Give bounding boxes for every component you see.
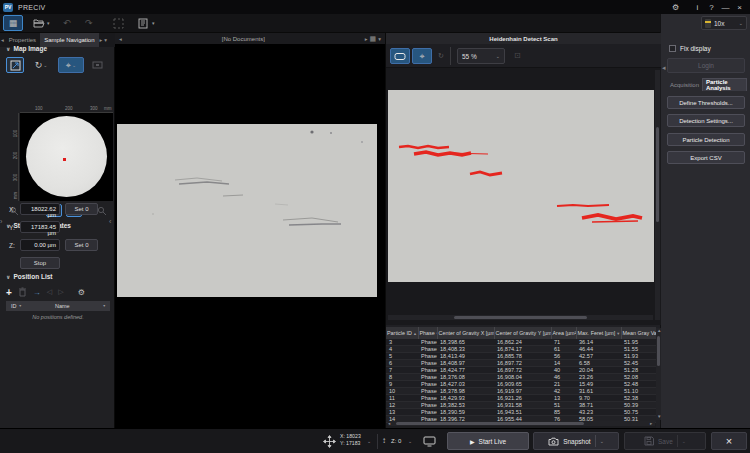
help-icon[interactable]: ? <box>705 1 718 13</box>
image-horizontal-scrollbar[interactable] <box>388 315 653 320</box>
stage-move-icon[interactable] <box>323 435 336 448</box>
stage-xy-readout[interactable]: X: 18023 Y: 17183 <box>340 433 361 447</box>
close-panel-button[interactable]: × <box>711 432 747 450</box>
detect-scan-viewport[interactable] <box>386 68 661 325</box>
collapse-sidebar-icon[interactable]: ◂ <box>662 64 666 72</box>
info-icon[interactable]: i <box>691 1 704 13</box>
selection-tool-icon[interactable] <box>110 15 127 31</box>
table-row[interactable]: 11Phase18,429.9316,921.26139.7052.38 <box>386 395 656 402</box>
goto-position-icon[interactable]: → <box>33 288 41 297</box>
close-icon: × <box>726 435 732 447</box>
column-header[interactable]: Center of Gravity X [µm]▼ <box>437 327 494 339</box>
table-row[interactable]: 3Phase18,398.6516,862.247136.1451.95 <box>386 339 656 346</box>
set-zero-z-button[interactable]: Set 0 <box>65 239 98 251</box>
define-thresholds-button[interactable]: Define Thresholds... <box>667 96 745 109</box>
map-image-section-header[interactable]: ∨ Map Image <box>6 45 47 52</box>
tab-particle-analysis[interactable]: Particle Analysis <box>702 78 747 91</box>
close-window-button[interactable]: × <box>733 1 746 13</box>
save-button[interactable]: Save ⌄ <box>624 432 706 450</box>
chevron-down-icon[interactable]: ⌄ <box>367 438 371 444</box>
minimize-button[interactable]: — <box>719 1 732 13</box>
position-id-header[interactable]: ID <box>11 303 17 309</box>
start-live-button[interactable]: ▶ Start Live <box>447 432 529 450</box>
table-row[interactable]: 4Phase18,408.3316,874.176146.4451.55 <box>386 346 656 353</box>
detect-refresh-icon[interactable]: ↻ <box>438 52 444 60</box>
app-title: PRECiV <box>18 4 45 11</box>
tab-sample-navigation[interactable]: Sample Navigation <box>40 33 98 47</box>
x-coordinate-field[interactable]: 18022.62 µm <box>20 203 60 215</box>
login-button[interactable]: Login <box>667 58 745 73</box>
scroll-down-icon[interactable]: ▼ <box>657 414 661 419</box>
table-row[interactable]: 6Phase18,408.9716,897.72146.5852.45 <box>386 360 656 367</box>
map-scale-button[interactable] <box>6 57 24 73</box>
redo-button[interactable]: ↷ <box>82 15 96 31</box>
column-header[interactable]: Particle ID▲ <box>386 327 418 339</box>
snapshot-button[interactable]: Snapshot ⌄ <box>533 432 619 450</box>
position-settings-icon[interactable]: ⚙ <box>78 288 85 297</box>
column-header[interactable]: Max. Feret [µm]▼ <box>576 327 621 339</box>
table-row[interactable]: 10Phase18,378.9816,919.974231.6151.10 <box>386 388 656 395</box>
detection-settings-button[interactable]: Detection Settings... <box>667 114 745 127</box>
column-header[interactable]: Phase▼ <box>418 327 437 339</box>
table-row[interactable]: 5Phase18,413.4916,885.785642.5751.93 <box>386 353 656 360</box>
chevron-down-icon[interactable]: ⌄ <box>682 438 686 444</box>
scroll-right-icon[interactable]: ▸ <box>650 421 652 426</box>
settings-icon[interactable]: ⚙ <box>669 1 682 13</box>
column-header[interactable]: Mean Gray Va▼ <box>621 327 656 339</box>
expand-edge-icon[interactable]: › <box>0 218 2 225</box>
open-file-button[interactable]: ▾ <box>30 15 53 31</box>
target-icon: ⌖ <box>66 60 71 71</box>
table-vertical-scrollbar[interactable] <box>656 328 661 420</box>
fix-display-checkbox[interactable] <box>669 45 676 52</box>
next-position-icon[interactable]: ▷ <box>58 288 63 296</box>
map-target-button[interactable]: ⌖ ⌄ <box>58 57 84 73</box>
collapse-left-panel-icon[interactable]: ‹ <box>109 218 111 225</box>
doc-layout-icon[interactable]: ▦ <box>369 35 378 43</box>
table-row[interactable]: 12Phase18,382.5316,931.585138.7150.39 <box>386 402 656 409</box>
z-coordinate-field[interactable]: 0.00 µm <box>20 239 60 251</box>
map-canvas[interactable] <box>20 113 113 201</box>
position-name-header[interactable]: Name <box>22 303 103 309</box>
chevron-down-icon[interactable]: ⌄ <box>600 438 604 444</box>
y-coordinate-field[interactable]: 17183.45 µm <box>20 221 60 233</box>
tab-menu-icon[interactable]: ▾ <box>103 37 108 43</box>
detect-target-button[interactable]: ⌖ <box>412 48 432 64</box>
z-readout[interactable]: Z: 0 <box>391 438 401 444</box>
tab-acquisition[interactable]: Acquisition <box>667 78 702 91</box>
monitor-icon[interactable] <box>423 436 436 447</box>
undo-button[interactable]: ↶ <box>60 15 74 31</box>
fix-display-label: Fix display <box>680 45 711 52</box>
column-header[interactable]: Area [µm²]▼ <box>551 327 576 339</box>
live-image[interactable] <box>117 124 377 297</box>
filter-icon[interactable]: ▼ <box>103 304 106 308</box>
doc-menu-icon[interactable]: ▾ <box>377 36 382 42</box>
slide-view-button[interactable] <box>390 48 410 64</box>
map-refresh-button[interactable]: ↻ ⌄ <box>28 57 54 73</box>
add-position-button[interactable]: + <box>6 287 12 298</box>
export-csv-button[interactable]: Export CSV <box>667 151 745 164</box>
report-button[interactable]: ▾ <box>135 15 158 31</box>
table-row[interactable]: 9Phase18,427.0316,909.652115.4952.48 <box>386 381 656 388</box>
objective-selector[interactable]: 10x ⌄ <box>701 16 747 30</box>
stop-button[interactable]: Stop <box>20 257 60 269</box>
image-vertical-scrollbar[interactable] <box>655 70 660 320</box>
delete-position-icon[interactable] <box>18 287 27 297</box>
fit-view-icon[interactable]: ⊡ <box>514 51 521 60</box>
table-row[interactable]: 13Phase18,390.5916,943.518543.2350.75 <box>386 409 656 416</box>
layout-button[interactable]: ▦ <box>3 15 23 31</box>
detect-toolbar: ⌖ ↻ 55 % ⌄ ⊡ <box>386 44 661 68</box>
table-horizontal-scrollbar[interactable] <box>388 421 655 426</box>
previous-position-icon[interactable]: ◁ <box>47 288 52 296</box>
map-stage-button[interactable] <box>88 57 106 73</box>
app-window: PV PRECiV ⚙ i ? — × ▦ ▾ ↶ ↷ <box>0 0 750 453</box>
table-row[interactable]: 8Phase18,376.0816,908.044623.2652.08 <box>386 374 656 381</box>
particle-detection-button[interactable]: Particle Detection <box>667 133 745 146</box>
position-list-section-header[interactable]: ∨ Position List <box>6 273 52 280</box>
table-row[interactable]: 7Phase18,424.7716,897.724020.0451.28 <box>386 367 656 374</box>
column-header[interactable]: Center of Gravity Y [µm]▼ <box>494 327 551 339</box>
zoom-level-dropdown[interactable]: 55 % ⌄ <box>457 48 505 64</box>
set-zero-x-button[interactable]: Set 0 <box>65 203 98 215</box>
scroll-up-icon[interactable]: ▲ <box>657 328 661 333</box>
scroll-left-icon[interactable]: ◂ <box>388 421 390 426</box>
chevron-down-icon[interactable]: ⌄ <box>408 438 412 444</box>
